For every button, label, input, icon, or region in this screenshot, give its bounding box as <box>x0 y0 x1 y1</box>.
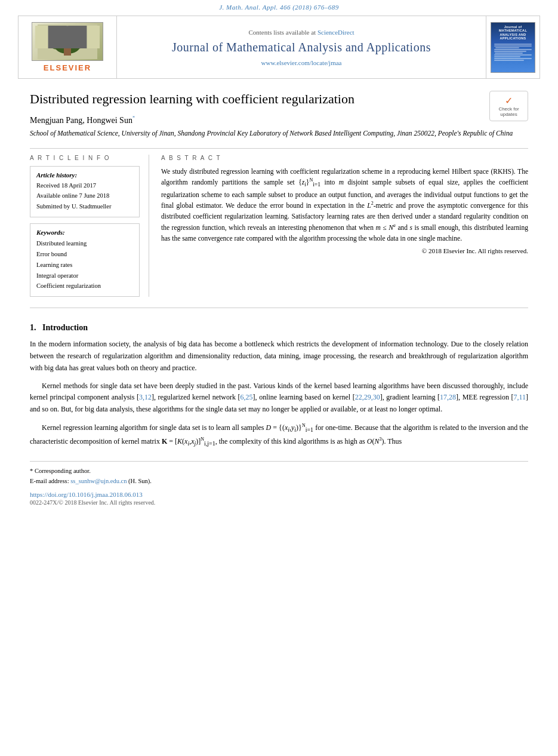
journal-cover-image: Journal ofMATHEMATICALANALYSIS ANDAPPLIC… <box>491 22 535 73</box>
abstract-text: We study distributed regression learning… <box>161 166 528 244</box>
email-footnote: E-mail address: ss_sunhw@ujn.edu.cn (H. … <box>30 477 528 487</box>
paper-title: Distributed regression learning with coe… <box>30 91 528 108</box>
svg-point-6 <box>42 35 57 44</box>
svg-point-2 <box>48 35 69 50</box>
keywords-box: Keywords: Distributed learning Error bou… <box>30 223 140 297</box>
received-date: Received 18 April 2017 <box>36 180 133 191</box>
doi-section: https://doi.org/10.1016/j.jmaa.2018.06.0… <box>30 491 528 506</box>
keyword-4: Integral operator <box>36 271 133 281</box>
author-names: Mengjuan Pang, Hongwei Sun <box>30 115 132 124</box>
elsevier-wordmark: ELSEVIER <box>44 63 91 72</box>
sciencedirect-link: Contents lists available at ScienceDirec… <box>248 29 354 36</box>
affiliation: School of Mathematical Science, Universi… <box>30 128 528 139</box>
article-info-column: A R T I C L E I N F O Article history: R… <box>30 155 149 297</box>
section-number: 1. <box>30 323 36 332</box>
submitted-by: Submitted by U. Stadtmueller <box>36 201 133 212</box>
footnote-section: * Corresponding author. E-mail address: … <box>30 461 528 487</box>
keyword-2: Error bound <box>36 249 133 260</box>
cover-decorative-lines <box>493 43 533 62</box>
elsevier-logo-section: ELSEVIER <box>19 16 117 78</box>
email-attribution: (H. Sun). <box>128 478 152 484</box>
corresponding-author-note: * Corresponding author. <box>30 466 528 477</box>
journal-title: Journal of Mathematical Analysis and App… <box>172 41 431 54</box>
email-label: E-mail address: <box>30 478 69 484</box>
article-history-title: Article history: <box>36 171 133 179</box>
section-title-text: Introduction <box>42 323 88 332</box>
check-icon: ✓ <box>495 95 523 106</box>
divider-1 <box>30 148 528 149</box>
svg-point-1 <box>51 27 84 46</box>
abstract-column: A B S T R A C T We study distributed reg… <box>161 155 528 297</box>
main-content: ✓ Check for updates Distributed regressi… <box>0 79 558 518</box>
introduction-section: 1. Introduction In the modern informatio… <box>30 323 528 449</box>
copyright-text: © 2018 Elsevier Inc. All rights reserved… <box>161 247 528 254</box>
abstract-heading: A B S T R A C T <box>161 155 528 161</box>
article-history-box: Article history: Received 18 April 2017 … <box>30 166 140 218</box>
svg-point-3 <box>64 33 88 49</box>
cover-title-text: Journal ofMATHEMATICALANALYSIS ANDAPPLIC… <box>499 25 527 41</box>
elsevier-tree-image <box>32 22 103 61</box>
keyword-5: Coefficient regularization <box>36 281 133 291</box>
section-title: 1. Introduction <box>30 323 528 333</box>
available-date: Available online 7 June 2018 <box>36 190 133 201</box>
journal-reference: J. Math. Anal. Appl. 466 (2018) 676–689 <box>0 0 558 13</box>
article-info-heading: A R T I C L E I N F O <box>30 155 140 161</box>
keywords-title: Keywords: <box>36 229 133 236</box>
journal-cover-thumbnail: Journal ofMATHEMATICALANALYSIS ANDAPPLIC… <box>486 16 539 78</box>
doi-link[interactable]: https://doi.org/10.1016/j.jmaa.2018.06.0… <box>30 491 528 498</box>
corresponding-mark: * <box>132 115 135 121</box>
journal-header-center: Contents lists available at ScienceDirec… <box>117 16 486 78</box>
keyword-1: Distributed learning <box>36 238 133 249</box>
intro-para-1: In the modern information society, the a… <box>30 339 528 374</box>
check-updates-badge: ✓ Check for updates <box>489 91 528 121</box>
article-info-abstract: A R T I C L E I N F O Article history: R… <box>30 155 528 297</box>
authors: Mengjuan Pang, Hongwei Sun* <box>30 115 528 125</box>
intro-para-2: Kernel methods for single data set have … <box>30 380 528 416</box>
svg-point-7 <box>77 32 94 43</box>
email-link[interactable]: ss_sunhw@ujn.edu.cn <box>70 478 127 484</box>
elsevier-logo: ELSEVIER <box>32 22 103 72</box>
check-updates-box: ✓ Check for updates <box>489 91 528 121</box>
journal-url: www.elsevier.com/locate/jmaa <box>261 59 342 66</box>
keyword-3: Learning rates <box>36 260 133 271</box>
issn-text: 0022-247X/© 2018 Elsevier Inc. All right… <box>30 499 528 506</box>
divider-2 <box>30 308 528 308</box>
journal-header: ELSEVIER Contents lists available at Sci… <box>18 16 540 79</box>
check-updates-label: Check for updates <box>498 106 519 117</box>
sciencedirect-anchor[interactable]: ScienceDirect <box>317 29 354 36</box>
svg-rect-5 <box>64 48 71 56</box>
intro-para-3: Kernel regression learning algorithm for… <box>30 422 528 449</box>
